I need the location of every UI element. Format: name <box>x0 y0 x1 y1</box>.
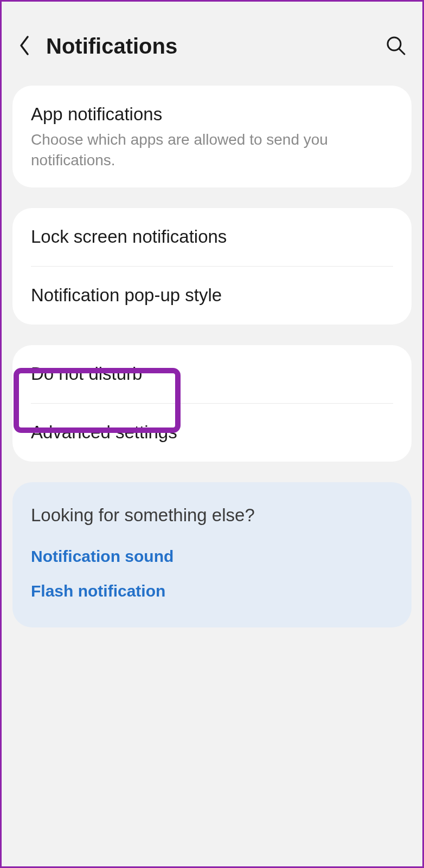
item-title: Lock screen notifications <box>31 225 393 249</box>
link-notification-sound[interactable]: Notification sound <box>31 547 393 566</box>
page-title: Notifications <box>46 34 177 59</box>
svg-line-1 <box>399 49 404 54</box>
item-app-notifications[interactable]: App notifications Choose which apps are … <box>12 86 412 187</box>
card-dnd-advanced: Do not disturb Advanced settings <box>12 345 412 462</box>
header: Notifications <box>2 2 422 86</box>
card-lockscreen-popup: Lock screen notifications Notification p… <box>12 208 412 325</box>
item-notification-popup-style[interactable]: Notification pop-up style <box>12 267 412 325</box>
search-icon[interactable] <box>386 35 406 58</box>
item-title: Advanced settings <box>31 421 393 444</box>
link-flash-notification[interactable]: Flash notification <box>31 582 393 600</box>
header-left: Notifications <box>18 34 177 59</box>
item-lock-screen-notifications[interactable]: Lock screen notifications <box>12 208 412 266</box>
item-subtitle: Choose which apps are allowed to send yo… <box>31 129 393 171</box>
card-app-notifications: App notifications Choose which apps are … <box>12 86 412 187</box>
card-looking-for: Looking for something else? Notification… <box>12 482 412 627</box>
back-icon[interactable] <box>18 35 31 59</box>
looking-title: Looking for something else? <box>31 505 393 526</box>
item-title: Notification pop-up style <box>31 284 393 307</box>
item-do-not-disturb[interactable]: Do not disturb <box>12 345 412 403</box>
item-advanced-settings[interactable]: Advanced settings <box>12 404 412 462</box>
item-title: App notifications <box>31 103 393 126</box>
item-title: Do not disturb <box>31 362 393 386</box>
